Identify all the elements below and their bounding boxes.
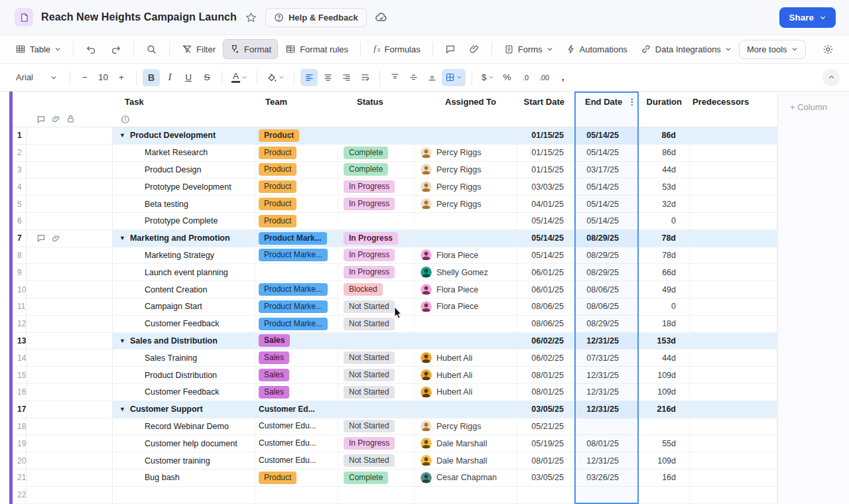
- cell-team[interactable]: [255, 264, 338, 281]
- cell-predecessors[interactable]: [690, 316, 777, 332]
- cell-predecessors[interactable]: [690, 281, 777, 298]
- collapse-triangle-icon[interactable]: ▼: [119, 338, 125, 344]
- cell-team[interactable]: Sales: [255, 349, 338, 366]
- cell-predecessors[interactable]: [690, 213, 777, 229]
- cell-assigned-to[interactable]: Flora Piece: [415, 247, 517, 264]
- cell-task[interactable]: Product Design: [113, 162, 255, 178]
- cell-end-date[interactable]: 08/01/25: [574, 435, 638, 452]
- cell-predecessors[interactable]: [690, 452, 777, 469]
- cell-predecessors[interactable]: [690, 349, 777, 366]
- paperclip-icon[interactable]: [52, 234, 60, 243]
- cell-status[interactable]: Not Started: [338, 384, 415, 401]
- cell-team[interactable]: Product Marke...: [255, 247, 338, 264]
- cell-predecessors[interactable]: [690, 470, 777, 486]
- cell-team[interactable]: Product Marke...: [255, 298, 338, 315]
- data-integrations-button[interactable]: Data Integrations: [635, 40, 738, 58]
- align-right-button[interactable]: [338, 69, 355, 86]
- cell-status[interactable]: In Progress: [338, 264, 415, 281]
- cell-duration[interactable]: 216d: [638, 401, 690, 418]
- cell-end-date[interactable]: 05/14/25: [574, 178, 638, 195]
- cell-assigned-to[interactable]: Percy Riggs: [415, 162, 517, 178]
- comment-icon[interactable]: [36, 233, 46, 243]
- cell-team[interactable]: Product: [255, 178, 338, 195]
- cell-end-date[interactable]: 05/14/25: [574, 213, 638, 229]
- cell-duration[interactable]: 78d: [638, 230, 690, 247]
- row-number[interactable]: 19: [13, 435, 27, 452]
- cell-team[interactable]: Product Mark...: [255, 230, 338, 247]
- column-header-team[interactable]: Team: [255, 97, 338, 107]
- column-header-status[interactable]: Status: [338, 97, 415, 107]
- vertical-align-bottom-button[interactable]: [423, 69, 440, 86]
- cell-assigned-to[interactable]: [415, 401, 517, 418]
- cell-status[interactable]: Not Started: [338, 349, 415, 366]
- undo-button[interactable]: [80, 40, 103, 59]
- row-number[interactable]: 3: [13, 162, 27, 178]
- table-view-button[interactable]: Table: [9, 40, 67, 58]
- cell-predecessors[interactable]: [690, 367, 777, 383]
- cell-duration[interactable]: 18d: [638, 316, 690, 332]
- cell-end-date[interactable]: 08/29/25: [574, 230, 638, 247]
- cell-task[interactable]: Sales Training: [113, 349, 255, 366]
- cell-assigned-to[interactable]: Shelly Gomez: [415, 264, 517, 281]
- row-number[interactable]: 2: [13, 145, 27, 161]
- row-number[interactable]: 8: [13, 247, 27, 264]
- automations-button[interactable]: Automations: [560, 40, 633, 58]
- cell-status[interactable]: [338, 333, 415, 349]
- vertical-align-middle-button[interactable]: [405, 69, 422, 86]
- borders-button[interactable]: [442, 69, 466, 86]
- cell-predecessors[interactable]: [690, 247, 777, 264]
- cell-duration[interactable]: 0: [638, 298, 690, 315]
- cell-start-date[interactable]: 06/01/25: [517, 264, 574, 281]
- cell-assigned-to[interactable]: Hubert Ali: [415, 384, 517, 401]
- search-button[interactable]: [140, 40, 163, 59]
- row-number[interactable]: 16: [13, 384, 27, 401]
- cell-duration[interactable]: 86d: [638, 127, 690, 144]
- column-menu-kebab-icon[interactable]: ⋮: [627, 97, 636, 107]
- cell-task[interactable]: Customer Feedback: [113, 316, 255, 332]
- cell-assigned-to[interactable]: [415, 487, 517, 503]
- cell-team[interactable]: Sales: [255, 367, 338, 383]
- cell-duration[interactable]: 78d: [638, 247, 690, 264]
- row-number[interactable]: 9: [13, 264, 27, 281]
- column-header-task[interactable]: Task: [113, 97, 255, 107]
- cell-duration[interactable]: 153d: [638, 333, 690, 349]
- formulas-button[interactable]: ƒx Formulas: [367, 40, 426, 58]
- vertical-align-top-button[interactable]: [386, 69, 403, 86]
- redo-button[interactable]: [104, 40, 127, 59]
- cell-team[interactable]: Customer Ed...: [255, 401, 338, 418]
- row-number[interactable]: 13: [13, 333, 27, 349]
- row-number[interactable]: 20: [13, 452, 27, 469]
- cell-status[interactable]: Not Started: [338, 367, 415, 383]
- cell-status[interactable]: Blocked: [338, 281, 415, 298]
- cell-start-date[interactable]: 03/03/25: [517, 178, 574, 195]
- help-feedback-button[interactable]: Help & Feedback: [265, 8, 367, 27]
- cell-status[interactable]: In Progress: [338, 178, 415, 195]
- cell-task[interactable]: ▼Customer Support: [113, 401, 255, 418]
- cell-predecessors[interactable]: [690, 435, 777, 452]
- cell-predecessors[interactable]: [690, 487, 777, 503]
- text-wrap-button[interactable]: [356, 69, 373, 86]
- cell-predecessors[interactable]: [690, 418, 777, 435]
- row-number[interactable]: 1: [13, 127, 27, 144]
- cell-end-date[interactable]: 12/31/25: [574, 384, 638, 401]
- cell-task[interactable]: Marketing Strategy: [113, 247, 255, 264]
- cell-predecessors[interactable]: [690, 264, 777, 281]
- cell-duration[interactable]: 109d: [638, 384, 690, 401]
- lock-column-icon[interactable]: [66, 115, 75, 123]
- font-size-value[interactable]: 10: [95, 69, 111, 86]
- cell-duration[interactable]: 16d: [638, 470, 690, 486]
- cell-task[interactable]: Customer training: [113, 452, 255, 469]
- align-left-button[interactable]: [300, 69, 318, 86]
- add-column-button[interactable]: + Column: [790, 102, 849, 112]
- bold-button[interactable]: B: [143, 69, 160, 86]
- cell-start-date[interactable]: 08/01/25: [517, 367, 574, 383]
- cell-end-date[interactable]: 08/06/25: [574, 298, 638, 315]
- cell-start-date[interactable]: 05/14/25: [517, 247, 574, 264]
- settings-button[interactable]: [816, 40, 840, 59]
- cell-end-date[interactable]: 05/14/25: [574, 196, 638, 212]
- cell-start-date[interactable]: 06/01/25: [517, 281, 574, 298]
- cell-end-date[interactable]: 03/17/25: [574, 162, 638, 178]
- attachment-button[interactable]: [463, 40, 486, 58]
- cell-predecessors[interactable]: [690, 298, 777, 315]
- cell-status[interactable]: Not Started: [338, 298, 415, 315]
